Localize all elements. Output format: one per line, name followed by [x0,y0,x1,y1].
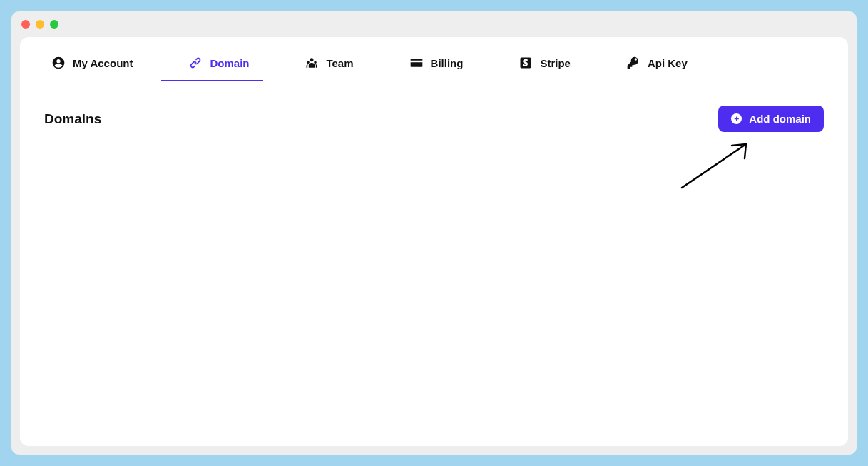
page-header: Domains + Add domain [44,106,824,132]
app-window: My Account Domain Team Billing [11,11,857,455]
tab-label: Domain [210,57,249,69]
team-icon [305,56,319,70]
window-minimize-icon[interactable] [36,20,44,29]
tab-domain[interactable]: Domain [181,47,256,81]
tab-label: Team [326,57,353,69]
tab-label: My Account [73,57,133,69]
window-titlebar [11,11,857,37]
svg-line-0 [682,146,744,188]
add-domain-button[interactable]: + Add domain [718,106,824,132]
tab-billing[interactable]: Billing [402,47,471,81]
user-circle-icon [51,56,66,70]
tab-label: Stripe [540,57,571,69]
window-close-icon[interactable] [21,20,30,29]
tab-api-key[interactable]: Api Key [619,47,695,81]
tabs-nav: My Account Domain Team Billing [44,47,824,81]
content-card: My Account Domain Team Billing [20,37,848,446]
tab-label: Billing [431,57,464,69]
annotation-arrow-icon [676,140,755,193]
stripe-icon [519,56,533,70]
tab-my-account[interactable]: My Account [44,47,140,81]
link-chain-icon [188,56,203,70]
add-domain-label: Add domain [749,113,811,125]
key-icon [626,56,640,70]
plus-circle-icon: + [731,113,742,124]
tab-team[interactable]: Team [297,47,360,81]
tab-label: Api Key [648,57,688,69]
page-title: Domains [44,111,101,127]
window-maximize-icon[interactable] [50,20,58,29]
credit-card-icon [409,56,424,70]
tab-stripe[interactable]: Stripe [511,47,578,81]
